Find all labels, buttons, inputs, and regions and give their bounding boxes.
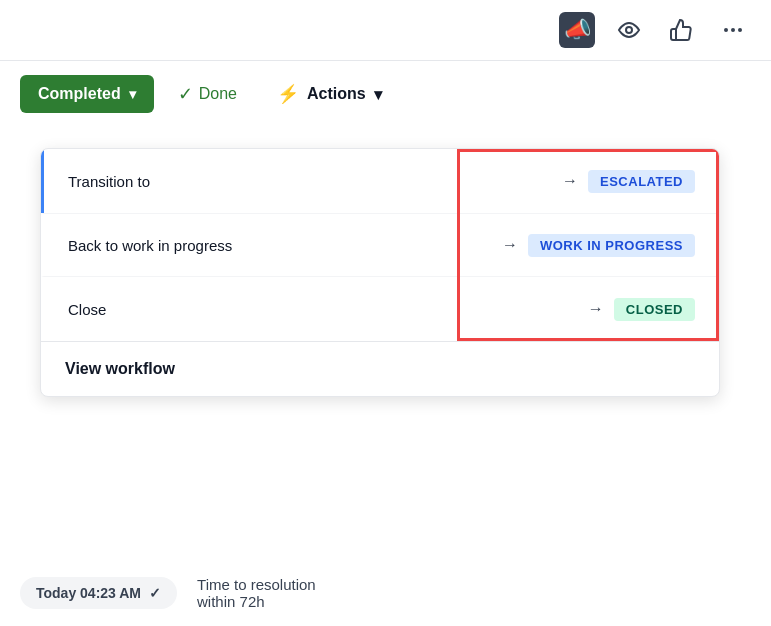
chevron-down-icon: ▾: [374, 85, 382, 104]
wip-option[interactable]: → WORK IN PROGRESS: [502, 234, 695, 257]
thumbsup-icon[interactable]: [663, 12, 699, 48]
view-workflow-label: View workflow: [65, 360, 175, 377]
svg-point-1: [725, 29, 727, 31]
svg-point-0: [626, 27, 632, 33]
transition-escalated-option[interactable]: → ESCALATED: [562, 170, 695, 193]
bottom-section: Today 04:23 AM ✓ Time to resolution with…: [0, 560, 771, 626]
closed-badge: CLOSED: [614, 298, 695, 321]
escalated-badge: ESCALATED: [588, 170, 695, 193]
actions-label: Actions: [307, 85, 366, 103]
more-options-icon[interactable]: [715, 12, 751, 48]
status-bar: Completed ▾ ✓ Done ⚡ Actions ▾: [0, 61, 771, 127]
check-icon: ✓: [149, 585, 161, 601]
eye-icon[interactable]: [611, 12, 647, 48]
menu-item-transition[interactable]: Transition to → ESCALATED: [41, 149, 719, 213]
chevron-down-icon: ▾: [129, 86, 136, 102]
completed-button[interactable]: Completed ▾: [20, 75, 154, 113]
arrow-right-icon: →: [588, 300, 604, 318]
close-label: Close: [68, 301, 106, 318]
completed-label: Completed: [38, 85, 121, 103]
resolution-sub: within 72h: [197, 593, 316, 610]
menu-item-close[interactable]: Close → CLOSED: [41, 277, 719, 341]
time-badge: Today 04:23 AM ✓: [20, 577, 177, 609]
toolbar: 📣: [0, 0, 771, 61]
megaphone-icon[interactable]: 📣: [559, 12, 595, 48]
transition-label: Transition to: [68, 173, 150, 190]
actions-button[interactable]: ⚡ Actions ▾: [277, 83, 382, 105]
wip-badge: WORK IN PROGRESS: [528, 234, 695, 257]
menu-rows-wrapper: Transition to → ESCALATED Back to work i…: [41, 149, 719, 341]
menu-items-section: Transition to → ESCALATED Back to work i…: [41, 149, 719, 342]
menu-item-back-wip[interactable]: Back to work in progress → WORK IN PROGR…: [41, 213, 719, 277]
closed-option[interactable]: → CLOSED: [588, 298, 695, 321]
dropdown-menu: Transition to → ESCALATED Back to work i…: [40, 148, 720, 397]
time-label: Today 04:23 AM: [36, 585, 141, 601]
svg-point-2: [732, 29, 734, 31]
arrow-right-icon: →: [502, 236, 518, 254]
arrow-right-icon: →: [562, 172, 578, 190]
check-icon: ✓: [178, 83, 193, 105]
bolt-icon: ⚡: [277, 83, 299, 105]
resolution-label: Time to resolution: [197, 576, 316, 593]
done-label-text: Done: [199, 85, 237, 103]
svg-point-3: [739, 29, 741, 31]
view-workflow-item[interactable]: View workflow: [41, 342, 719, 396]
resolution-text: Time to resolution within 72h: [197, 576, 316, 610]
done-status: ✓ Done: [178, 83, 237, 105]
back-wip-label: Back to work in progress: [68, 237, 232, 254]
